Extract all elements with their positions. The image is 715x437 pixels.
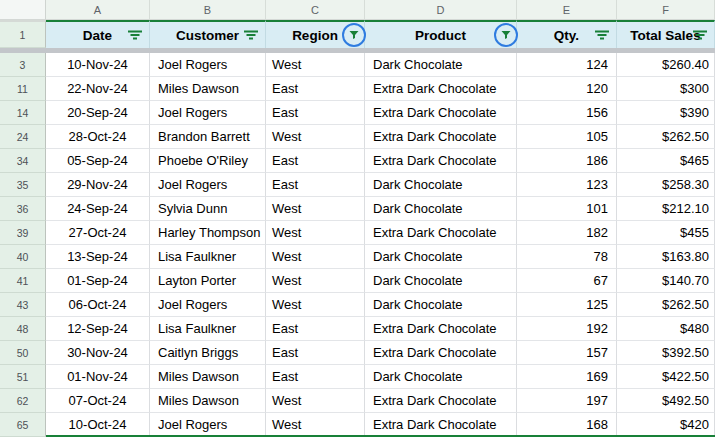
cell-product[interactable]: Dark Chocolate [365, 293, 517, 317]
cell-product[interactable]: Dark Chocolate [365, 197, 517, 221]
select-all-corner[interactable] [0, 0, 46, 20]
filter-lines-icon[interactable] [595, 30, 609, 41]
cell-customer[interactable]: Miles Dawson [150, 77, 266, 101]
cell-region[interactable]: West [266, 53, 365, 77]
cell-customer[interactable]: Joel Rogers [150, 173, 266, 197]
cell-qty[interactable]: 124 [517, 53, 617, 77]
cell-qty[interactable]: 105 [517, 125, 617, 149]
cell-product[interactable]: Extra Dark Chocolate [365, 149, 517, 173]
cell-qty[interactable]: 168 [517, 413, 617, 437]
cell-qty[interactable]: 192 [517, 317, 617, 341]
cell-region[interactable]: West [266, 389, 365, 413]
header-cell-qty[interactable]: Qty. [517, 20, 617, 48]
column-letter-e[interactable]: E [517, 0, 617, 20]
cell-product[interactable]: Extra Dark Chocolate [365, 413, 517, 437]
row-number[interactable]: 50 [0, 341, 46, 365]
cell-date[interactable]: 01-Nov-24 [46, 365, 150, 389]
row-number[interactable]: 48 [0, 317, 46, 341]
cell-qty[interactable]: 101 [517, 197, 617, 221]
cell-region[interactable]: West [266, 245, 365, 269]
row-number[interactable]: 11 [0, 77, 46, 101]
cell-date[interactable]: 07-Oct-24 [46, 389, 150, 413]
filter-active-icon[interactable] [494, 23, 518, 47]
cell-customer[interactable]: Lisa Faulkner [150, 245, 266, 269]
header-cell-region[interactable]: Region [266, 20, 365, 48]
row-number[interactable]: 36 [0, 197, 46, 221]
cell-qty[interactable]: 169 [517, 365, 617, 389]
cell-total[interactable]: $492.50 [617, 389, 715, 413]
filter-active-icon[interactable] [342, 23, 366, 47]
cell-product[interactable]: Dark Chocolate [365, 53, 517, 77]
cell-region[interactable]: West [266, 125, 365, 149]
cell-total[interactable]: $300 [617, 77, 715, 101]
header-cell-customer[interactable]: Customer [150, 20, 266, 48]
cell-total[interactable]: $390 [617, 101, 715, 125]
cell-date[interactable]: 20-Sep-24 [46, 101, 150, 125]
filter-lines-icon[interactable] [244, 30, 258, 41]
cell-customer[interactable]: Phoebe O'Riley [150, 149, 266, 173]
cell-qty[interactable]: 123 [517, 173, 617, 197]
column-letter-f[interactable]: F [617, 0, 715, 20]
cell-qty[interactable]: 78 [517, 245, 617, 269]
row-number-header[interactable]: 1 [0, 20, 46, 48]
cell-date[interactable]: 24-Sep-24 [46, 197, 150, 221]
cell-region[interactable]: East [266, 101, 365, 125]
row-number[interactable]: 40 [0, 245, 46, 269]
cell-qty[interactable]: 67 [517, 269, 617, 293]
cell-customer[interactable]: Brandon Barrett [150, 125, 266, 149]
cell-product[interactable]: Extra Dark Chocolate [365, 125, 517, 149]
column-letter-a[interactable]: A [46, 0, 150, 20]
cell-product[interactable]: Extra Dark Chocolate [365, 101, 517, 125]
cell-customer[interactable]: Miles Dawson [150, 389, 266, 413]
cell-qty[interactable]: 157 [517, 341, 617, 365]
cell-customer[interactable]: Miles Dawson [150, 365, 266, 389]
cell-qty[interactable]: 120 [517, 77, 617, 101]
cell-customer[interactable]: Layton Porter [150, 269, 266, 293]
cell-date[interactable]: 12-Sep-24 [46, 317, 150, 341]
cell-product[interactable]: Dark Chocolate [365, 245, 517, 269]
cell-date[interactable]: 27-Oct-24 [46, 221, 150, 245]
cell-total[interactable]: $258.30 [617, 173, 715, 197]
cell-date[interactable]: 06-Oct-24 [46, 293, 150, 317]
cell-total[interactable]: $260.40 [617, 53, 715, 77]
header-cell-total[interactable]: Total Sales [617, 20, 715, 48]
cell-total[interactable]: $262.50 [617, 125, 715, 149]
cell-qty[interactable]: 125 [517, 293, 617, 317]
cell-total[interactable]: $140.70 [617, 269, 715, 293]
row-number[interactable]: 41 [0, 269, 46, 293]
row-number[interactable]: 3 [0, 53, 46, 77]
cell-customer[interactable]: Joel Rogers [150, 293, 266, 317]
cell-product[interactable]: Extra Dark Chocolate [365, 389, 517, 413]
cell-total[interactable]: $262.50 [617, 293, 715, 317]
cell-date[interactable]: 22-Nov-24 [46, 77, 150, 101]
row-number[interactable]: 39 [0, 221, 46, 245]
cell-date[interactable]: 13-Sep-24 [46, 245, 150, 269]
cell-customer[interactable]: Harley Thompson [150, 221, 266, 245]
cell-date[interactable]: 10-Oct-24 [46, 413, 150, 437]
cell-date[interactable]: 28-Oct-24 [46, 125, 150, 149]
cell-total[interactable]: $212.10 [617, 197, 715, 221]
row-number[interactable]: 43 [0, 293, 46, 317]
cell-total[interactable]: $465 [617, 149, 715, 173]
cell-region[interactable]: East [266, 341, 365, 365]
cell-region[interactable]: East [266, 149, 365, 173]
cell-product[interactable]: Extra Dark Chocolate [365, 77, 517, 101]
cell-customer[interactable]: Joel Rogers [150, 413, 266, 437]
cell-product[interactable]: Dark Chocolate [365, 173, 517, 197]
cell-qty[interactable]: 182 [517, 221, 617, 245]
row-number[interactable]: 62 [0, 389, 46, 413]
cell-qty[interactable]: 186 [517, 149, 617, 173]
cell-region[interactable]: West [266, 197, 365, 221]
column-letter-c[interactable]: C [266, 0, 365, 20]
cell-date[interactable]: 05-Sep-24 [46, 149, 150, 173]
cell-total[interactable]: $455 [617, 221, 715, 245]
cell-region[interactable]: West [266, 413, 365, 437]
cell-total[interactable]: $420 [617, 413, 715, 437]
column-letter-b[interactable]: B [150, 0, 266, 20]
cell-qty[interactable]: 156 [517, 101, 617, 125]
cell-region[interactable]: East [266, 365, 365, 389]
cell-date[interactable]: 30-Nov-24 [46, 341, 150, 365]
cell-qty[interactable]: 197 [517, 389, 617, 413]
cell-date[interactable]: 29-Nov-24 [46, 173, 150, 197]
cell-customer[interactable]: Caitlyn Briggs [150, 341, 266, 365]
